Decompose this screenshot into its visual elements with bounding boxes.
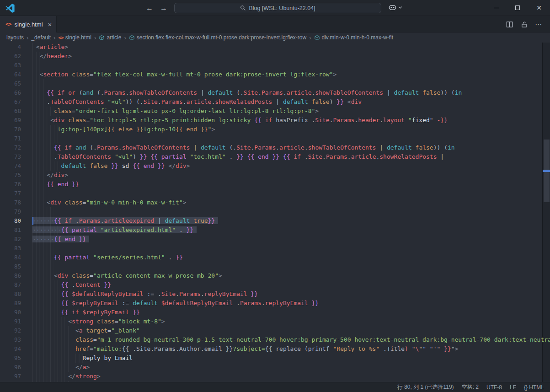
- back-arrow-icon[interactable]: ←: [144, 3, 155, 14]
- line-number[interactable]: 84: [0, 253, 21, 262]
- code-line-81[interactable]: 81········{{ partial "articleexpired.htm…: [0, 226, 550, 235]
- line-number[interactable]: 96: [0, 363, 21, 372]
- code-line-67[interactable]: 67.TableOfContents "<ul")) (.Site.Params…: [0, 97, 550, 107]
- code-line-76[interactable]: 76{{ end }}: [0, 180, 550, 189]
- breadcrumb-item[interactable]: layouts: [6, 34, 24, 41]
- line-number[interactable]: 79: [0, 207, 21, 216]
- line-number[interactable]: 63: [0, 61, 21, 70]
- line-number[interactable]: 74: [0, 161, 21, 171]
- code-line-75[interactable]: 75</div>: [0, 171, 550, 180]
- code-line-71[interactable]: 71: [0, 134, 550, 143]
- breadcrumb-item[interactable]: div.min-w-0.min-h-0.max-w-fit: [314, 34, 393, 41]
- unlock-icon[interactable]: [519, 19, 529, 29]
- code-line-72[interactable]: 72{{ if and (.Params.showTableOfContents…: [0, 143, 550, 152]
- code-line-4[interactable]: 4<article>: [0, 43, 550, 52]
- code-line-82[interactable]: 82······{{ end }}: [0, 235, 550, 244]
- minimize-button[interactable]: [486, 0, 507, 16]
- line-number[interactable]: 71: [0, 134, 21, 143]
- code-line-96[interactable]: 96</a>: [0, 363, 550, 372]
- status-eol[interactable]: LF: [510, 384, 516, 391]
- code-line-74[interactable]: 74default false }} sd {{ end }} </div>: [0, 161, 550, 171]
- code-line-94[interactable]: 94href="mailto:{{ .Site.Params.Author.em…: [0, 344, 550, 354]
- breadcrumb-item[interactable]: article: [99, 34, 121, 41]
- line-number[interactable]: 87: [0, 280, 21, 290]
- forward-arrow-icon[interactable]: →: [158, 3, 169, 14]
- line-number[interactable]: 72: [0, 143, 21, 152]
- code-line-90[interactable]: 90{{ if $replyByEmail }}: [0, 308, 550, 317]
- command-center-search[interactable]: Blog [WSL: Ubuntu-22.04]: [174, 3, 381, 13]
- code-line-85[interactable]: 85: [0, 262, 550, 271]
- line-number[interactable]: 89: [0, 299, 21, 308]
- code-line-89[interactable]: 89{{ $replyByEmail := default $defaultRe…: [0, 299, 550, 308]
- line-number[interactable]: 98: [0, 381, 21, 382]
- line-number[interactable]: 90: [0, 308, 21, 317]
- line-number[interactable]: 83: [0, 244, 21, 253]
- line-number[interactable]: 85: [0, 262, 21, 271]
- code-line-77[interactable]: 77: [0, 189, 550, 198]
- breadcrumb-item[interactable]: <>single.html: [58, 34, 91, 41]
- code-line-63[interactable]: 63: [0, 61, 550, 70]
- code-line-83[interactable]: 83: [0, 244, 550, 253]
- line-number[interactable]: 69: [0, 116, 21, 125]
- line-number[interactable]: 77: [0, 189, 21, 198]
- status-language-mode[interactable]: {} HTML: [524, 384, 544, 391]
- line-number[interactable]: 86: [0, 271, 21, 280]
- line-number[interactable]: 94: [0, 344, 21, 354]
- code-line-68[interactable]: 68class="order-first lg:ml-auto px-0 lg:…: [0, 107, 550, 116]
- breadcrumb-item[interactable]: _default: [31, 34, 51, 41]
- tab-close-icon[interactable]: ×: [48, 21, 52, 28]
- tab-single-html[interactable]: <> single.html ×: [0, 16, 57, 32]
- status-indentation[interactable]: 空格: 2: [462, 383, 479, 391]
- code-line-92[interactable]: 92<a target="_blank": [0, 326, 550, 335]
- line-number[interactable]: 91: [0, 317, 21, 326]
- status-encoding[interactable]: UTF-8: [486, 384, 502, 391]
- code-line-64[interactable]: 64<section class="flex flex-col max-w-fu…: [0, 70, 550, 79]
- code-line-73[interactable]: 73.TableOfContents "<ul") }} {{ partial …: [0, 152, 550, 161]
- line-number[interactable]: 64: [0, 70, 21, 79]
- line-number[interactable]: 76: [0, 180, 21, 189]
- code-line-98[interactable]: 98</div>: [0, 381, 550, 382]
- maximize-button[interactable]: [507, 0, 528, 16]
- line-number[interactable]: 82: [0, 235, 21, 244]
- line-number[interactable]: 65: [0, 79, 21, 88]
- line-number[interactable]: 88: [0, 290, 21, 299]
- line-number[interactable]: 4: [0, 43, 21, 52]
- code-editor[interactable]: 4<article>62</header>6364<section class=…: [0, 43, 550, 382]
- line-number[interactable]: 75: [0, 171, 21, 180]
- line-number[interactable]: 92: [0, 326, 21, 335]
- code-line-80[interactable]: 80······{{ if .Params.articleexpired | d…: [0, 216, 550, 226]
- line-number[interactable]: 62: [0, 52, 21, 61]
- line-number[interactable]: 66: [0, 88, 21, 97]
- line-number[interactable]: 81: [0, 226, 21, 235]
- code-line-84[interactable]: 84{{ partial "series/series.html" . }}: [0, 253, 550, 262]
- code-line-70[interactable]: 70lg:top-[140px]{{ else }}lg:top-10{{ en…: [0, 125, 550, 134]
- split-editor-icon[interactable]: [504, 19, 514, 29]
- line-number[interactable]: 73: [0, 152, 21, 161]
- code-line-91[interactable]: 91<strong class="block mt-8">: [0, 317, 550, 326]
- line-number[interactable]: 95: [0, 354, 21, 363]
- code-line-95[interactable]: 95Reply by Email: [0, 354, 550, 363]
- code-line-88[interactable]: 88{{ $defaultReplyByEmail := .Site.Param…: [0, 290, 550, 299]
- line-number[interactable]: 97: [0, 372, 21, 381]
- line-number[interactable]: 93: [0, 335, 21, 344]
- code-line-87[interactable]: 87{{ .Content }}: [0, 280, 550, 290]
- line-number[interactable]: 80: [0, 216, 21, 226]
- line-number[interactable]: 67: [0, 97, 21, 107]
- close-button[interactable]: ✕: [529, 0, 550, 16]
- code-line-66[interactable]: 66{{ if or (and (.Params.showTableOfCont…: [0, 88, 550, 97]
- code-line-65[interactable]: 65: [0, 79, 550, 88]
- code-line-86[interactable]: 86<div class="article-content max-w-pros…: [0, 271, 550, 280]
- code-line-93[interactable]: 93class="m-1 rounded bg-neutral-300 p-1.…: [0, 335, 550, 344]
- status-cursor-position[interactable]: 行 80, 列 1 (已选择119): [397, 383, 454, 391]
- more-actions-icon[interactable]: ⋯: [534, 19, 544, 29]
- code-line-69[interactable]: 69<div class="toc ltr:pl-5 rtl:pr-5 prin…: [0, 116, 550, 125]
- line-number[interactable]: 70: [0, 125, 21, 134]
- code-line-62[interactable]: 62</header>: [0, 52, 550, 61]
- line-number[interactable]: 68: [0, 107, 21, 116]
- code-line-79[interactable]: 79: [0, 207, 550, 216]
- code-line-78[interactable]: 78<div class="min-w-0 min-h-0 max-w-fit"…: [0, 198, 550, 207]
- code-line-97[interactable]: 97</strong>: [0, 372, 550, 381]
- copilot-menu[interactable]: [388, 3, 402, 12]
- line-number[interactable]: 78: [0, 198, 21, 207]
- breadcrumb-item[interactable]: section.flex.flex-col.max-w-full.mt-0.pr…: [129, 34, 306, 41]
